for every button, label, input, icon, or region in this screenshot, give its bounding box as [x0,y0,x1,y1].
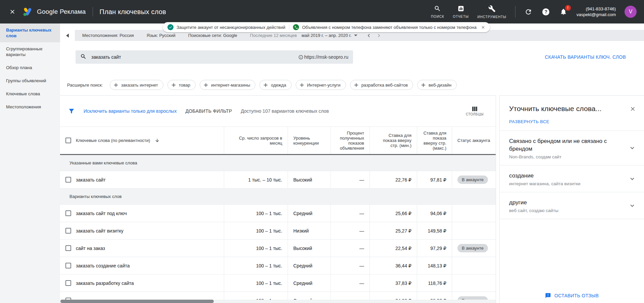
download-keyword-ideas-link[interactable]: СКАЧАТЬ ВАРИАНТЫ КЛЮЧ. СЛОВ [545,54,626,60]
avg-searches-value: 100 – 1 тыс. [224,205,288,222]
refine-group-brand[interactable]: Связано с брендом или не связано с бренд… [500,131,644,165]
leave-feedback-label: ОСТАВИТЬ ОТЗЫВ [554,293,599,298]
sidebar-item-keyword-ideas[interactable]: Варианты ключевых слов [0,23,60,42]
refine-group-creation[interactable]: создание интернет магазина, сайта визитк… [500,165,644,192]
keyword-plan-app: Google Реклама План ключевых слов ПОИСК … [0,0,644,303]
ad-share-value: — [331,240,369,257]
refine-group-subtitle: интернет магазина, сайта визитки [509,181,624,186]
table-row: заказать сайт 1 тыс. – 10 тыс. Высокий —… [60,171,496,189]
collapse-sidebar-button[interactable] [60,30,75,41]
broaden-chip-6[interactable]: веб-дизайн [417,80,457,90]
account-info: (941-833-8746) vaspekt@gmail.com [577,6,616,17]
columns-button[interactable]: СТОЛБЦЫ [466,106,484,116]
avatar[interactable]: V [625,6,637,18]
column-header-keywords[interactable]: Ключевые слова (по релевантности) [60,127,224,154]
leave-feedback-button[interactable]: ОСТАВИТЬ ОТЗЫВ [500,293,644,299]
panel-close-icon[interactable] [630,105,636,113]
column-header-top-bid-max[interactable]: Ставка для показа вверху стр. (макс.) [417,127,452,154]
setting-period-label: Последние 12 месяцев [250,33,297,38]
table-row: заказать сайт под ключ 100 – 1 тыс. Сред… [60,205,496,222]
broaden-chip-1[interactable]: товар [167,80,196,90]
column-header-account-status[interactable]: Статус аккаунта [452,127,496,154]
row-checkbox[interactable] [65,263,71,268]
chevron-right-icon[interactable] [376,32,382,39]
refine-group-subtitle: Non-Brands, создам сайт [509,154,624,159]
row-checkbox[interactable] [65,177,71,183]
table-row: заказать создание сайта 100 – 1 тыс. Сре… [60,257,496,274]
section-user-keywords: Указанные вами ключевые слова [60,155,496,171]
row-checkbox[interactable] [65,210,71,216]
keyword-search-input[interactable]: заказать сайт https://msk-seopro.ru [76,50,353,64]
broaden-chip-4[interactable]: Интернет-услуги [296,80,346,90]
setting-language[interactable]: Язык: Русский [147,33,176,38]
chevron-down-icon[interactable] [629,202,636,209]
bid-max-value: 148,13 ₽ [417,257,452,274]
scrollbar-thumb[interactable] [60,300,214,303]
competition-value: Средний [288,274,331,292]
nav-tools-button[interactable]: ИНСТРУМЕНТЫ [478,5,506,19]
close-icon[interactable] [7,6,18,17]
bid-min-value: 37,83 ₽ [369,274,417,292]
expand-all-link[interactable]: РАЗВЕРНУТЬ ВСЕ [500,113,644,131]
sidebar-item-grouped-ideas[interactable]: Сгруппированные варианты [0,42,60,61]
sidebar-item-plan-overview[interactable]: Обзор плана [0,61,60,74]
select-all-checkbox[interactable] [65,138,71,143]
row-checkbox[interactable] [65,245,71,251]
setting-locations[interactable]: Местоположения: Россия [82,33,134,38]
date-range-dropdown[interactable]: май 2019 г. – апр. 2020 г. [302,33,358,38]
site-url-group[interactable]: https://msk-seopro.ru [298,54,349,60]
plus-icon [171,83,176,87]
refine-group-title: другие [509,199,610,206]
bid-max-value: 97,29 ₽ [417,240,452,257]
nav-search-button[interactable]: ПОИСК [431,5,444,18]
refresh-icon[interactable] [524,7,533,16]
sidebar-item-keywords[interactable]: Ключевые слова [0,87,60,100]
feedback-icon [545,293,551,299]
refine-keywords-panel: Уточнить ключевые слова... РАЗВЕРНУТЬ ВС… [499,95,644,303]
broaden-chip-3[interactable]: одежда [259,80,291,90]
competition-value: Низкий [288,222,331,239]
exclude-adult-filter-link[interactable]: Исключить варианты только для взрослых [84,108,177,114]
column-header-ad-impression-share[interactable]: Процент полученных показов объявления [331,127,369,154]
status-cell [452,274,496,292]
broaden-chip-2[interactable]: интернет-магазины [200,80,255,90]
info-icon [298,55,303,60]
chevron-down-icon [354,35,357,36]
account-phone: (941-833-8746) [577,6,616,12]
help-icon[interactable]: ? [542,7,550,16]
wrench-icon [488,5,496,14]
notification-message-2[interactable]: Объявления с номером телефона заменяют о… [302,25,477,30]
notification-close-icon[interactable] [481,25,485,30]
refine-group-subtitle: веб сайт, создаю сайты [509,208,624,213]
chevron-left-icon [66,34,69,38]
chevron-left-icon[interactable] [365,32,372,39]
notification-message-1[interactable]: Защитите аккаунт от несанкционированных … [177,25,285,30]
table-header-row: Ключевые слова (по релевантности) Ср. чи… [60,127,496,155]
nav-reports-button[interactable]: ОТЧЕТЫ [453,5,469,18]
chevron-down-icon[interactable] [629,175,636,183]
broaden-chip-5[interactable]: разработка веб-сайтов [350,80,413,90]
setting-networks[interactable]: Поисковые сети: Google [188,33,237,38]
plus-icon [421,83,426,87]
bid-min-value: 22,54 ₽ [369,240,417,257]
add-filter-button[interactable]: ДОБАВИТЬ ФИЛЬТР [185,108,232,114]
column-header-top-bid-min[interactable]: Ставка для показа вверху стр. (мин.) [369,127,417,154]
sidebar-item-locations[interactable]: Местоположения [0,100,60,113]
chevron-down-icon[interactable] [629,144,636,152]
broaden-chip-0[interactable]: заказать интернет [110,80,163,90]
row-checkbox[interactable] [65,280,71,286]
refine-group-other[interactable]: другие веб сайт, создаю сайты [500,192,644,219]
panel-divider [500,219,644,219]
table-row: сайт на заказ 100 – 1 тыс. Высокий — 22,… [60,240,496,257]
columns-label: СТОЛБЦЫ [466,112,484,116]
notifications-bell-icon[interactable]: ! [559,7,568,16]
table-row: заказать разработку сайта 100 – 1 тыс. С… [60,274,496,292]
status-badge: В аккаунте [457,244,488,252]
column-header-avg-searches[interactable]: Ср. число запросов в месяц [224,127,288,154]
column-header-competition[interactable]: Уровень конкуренции [288,127,331,154]
sidebar-item-ad-groups[interactable]: Группы объявлений [0,74,60,87]
nav-reports-label: ОТЧЕТЫ [453,15,469,18]
notification-pill: Защитите аккаунт от несанкционированных … [163,22,490,32]
row-checkbox[interactable] [65,228,71,234]
competition-value: Высокий [288,240,331,257]
